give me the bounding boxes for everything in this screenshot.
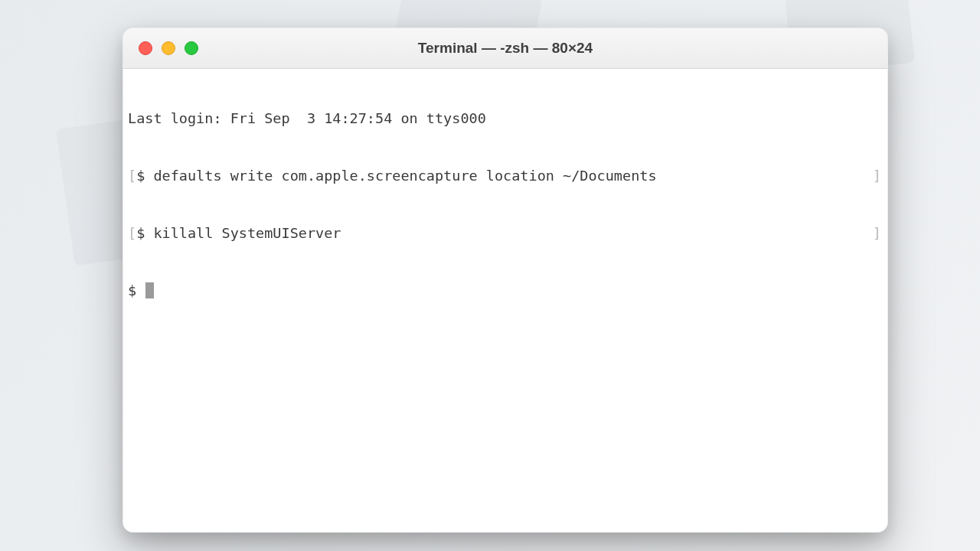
traffic-lights <box>139 41 198 55</box>
terminal-command-line: [$ defaults write com.apple.screencaptur… <box>128 166 883 185</box>
terminal-prompt-line[interactable]: $ <box>128 281 883 300</box>
command-text: defaults write com.apple.screencapture l… <box>153 166 872 185</box>
window-title: Terminal — -zsh — 80×24 <box>123 40 887 57</box>
terminal-command-line: [$ killall SystemUIServer] <box>128 223 883 243</box>
maximize-icon[interactable] <box>185 41 198 55</box>
prompt-symbol: $ <box>128 281 136 300</box>
title-bar[interactable]: Terminal — -zsh — 80×24 <box>123 28 887 69</box>
prompt-symbol: $ <box>136 166 145 185</box>
terminal-window: Terminal — -zsh — 80×24 Last login: Fri … <box>122 28 888 533</box>
prompt-symbol: $ <box>136 223 145 243</box>
minimize-icon[interactable] <box>162 41 175 55</box>
close-icon[interactable] <box>139 41 152 55</box>
terminal-login-line: Last login: Fri Sep 3 14:27:54 on ttys00… <box>128 109 883 128</box>
login-text: Last login: Fri Sep 3 14:27:54 on ttys00… <box>128 109 883 128</box>
bracket-open-icon: [ <box>128 166 136 185</box>
terminal-body[interactable]: Last login: Fri Sep 3 14:27:54 on ttys00… <box>123 69 887 532</box>
cursor-icon <box>145 282 154 298</box>
bracket-close-icon: ] <box>873 223 883 243</box>
bracket-open-icon: [ <box>128 223 136 243</box>
command-text: killall SystemUIServer <box>153 223 872 243</box>
bracket-close-icon: ] <box>873 166 883 185</box>
